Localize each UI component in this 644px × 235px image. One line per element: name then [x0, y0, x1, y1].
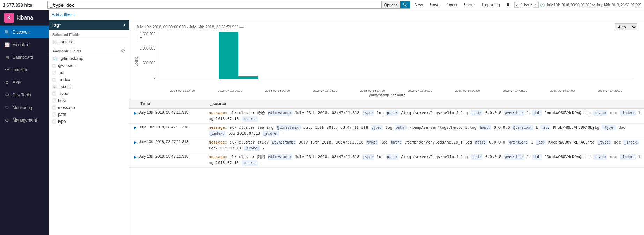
chart-x-labels: 2018-07-12 14:00 2018-07-12 20:00 2018-0…: [159, 88, 634, 93]
field-item-type[interactable]: t _type: [49, 90, 129, 97]
sidebar-item-devtools[interactable]: ✂ Dev Tools: [0, 89, 49, 101]
app-layout: K kibana 🔍 Discover 📈 Visualize ⊞ Dashbo…: [0, 10, 644, 235]
index-name-label: log*: [52, 22, 61, 28]
field-tag: @version:: [504, 154, 524, 160]
search-icon: [403, 2, 408, 7]
field-tag: @timestamp:: [268, 110, 292, 116]
field-name-host: host: [58, 98, 66, 103]
chart-bar-5: [238, 76, 258, 79]
sidebar-item-discover[interactable]: 🔍 Discover: [0, 26, 49, 38]
col-time-header[interactable]: Time: [139, 101, 209, 107]
field-tag: _type:: [593, 110, 607, 116]
field-type-message: t: [52, 105, 56, 110]
chart-header: July 12th 2018, 09:00:00.000 - July 14th…: [136, 23, 637, 30]
time-next-button[interactable]: ›: [533, 2, 539, 8]
time-range-display: July 12th 2018, 09:00:00.000 to July 14t…: [546, 3, 641, 7]
field-tag: @version:: [508, 140, 528, 145]
sidebar-item-management[interactable]: ⚙ Management: [0, 114, 49, 126]
field-item-message[interactable]: t message: [49, 104, 129, 111]
search-submit-button[interactable]: [400, 1, 410, 8]
share-button[interactable]: Share: [462, 2, 476, 8]
field-tag: type:: [362, 110, 374, 116]
field-type-timestamp: ◷: [52, 57, 58, 61]
field-item-source[interactable]: ? _source: [49, 38, 129, 45]
chart-plot: [159, 32, 634, 79]
monitoring-icon: ♡: [4, 105, 10, 110]
discover-icon: 🔍: [4, 29, 10, 35]
available-fields-title: Available Fields: [52, 49, 81, 53]
field-tag: host:: [479, 125, 491, 130]
sidebar-item-timelion-label: Timelion: [13, 67, 28, 72]
top-bar: 1,677,833 hits Options New Save Open Sha…: [0, 0, 644, 10]
field-type-version: t: [52, 64, 56, 68]
expand-row-3-button[interactable]: ▶: [132, 140, 139, 145]
open-button[interactable]: Open: [445, 2, 458, 8]
timelion-icon: 〜: [4, 67, 10, 73]
chart-bar-4: [219, 32, 238, 79]
expand-row-2-button[interactable]: ▶: [132, 125, 139, 130]
save-button[interactable]: Save: [429, 2, 441, 8]
field-tag: type:: [366, 140, 378, 145]
chart-bars: [159, 32, 634, 79]
field-tag: path:: [390, 140, 402, 145]
sidebar-item-timelion[interactable]: 〜 Timelion: [0, 64, 49, 76]
available-fields-section: Available Fields ⚙: [49, 45, 129, 55]
apm-icon: ⚙: [4, 80, 10, 85]
field-type-type: t: [52, 91, 56, 96]
field-tag: @timestamp:: [268, 154, 292, 160]
sidebar-item-monitoring[interactable]: ♡ Monitoring: [0, 101, 49, 114]
field-item-index[interactable]: t _index: [49, 76, 129, 83]
field-item-version[interactable]: t @version: [49, 62, 129, 69]
sidebar-item-dashboard[interactable]: ⊞ Dashboard: [0, 51, 49, 64]
field-tag: path:: [386, 110, 398, 116]
results-area: July 12th 2018, 09:00:00.000 - July 14th…: [129, 20, 644, 235]
field-item-typefield[interactable]: t type: [49, 118, 129, 125]
add-filter-button[interactable]: Add a filter +: [52, 13, 75, 17]
field-name-message: message: [58, 105, 75, 110]
sidebar-item-visualize[interactable]: 📈 Visualize: [0, 38, 49, 51]
pause-icon: ⏸: [506, 2, 510, 7]
chart-date-range: July 12th 2018, 09:00:00.000 - July 14th…: [136, 25, 244, 29]
field-name-path: path: [58, 112, 66, 117]
pause-button[interactable]: ⏸: [506, 2, 510, 7]
field-item-path[interactable]: t path: [49, 111, 129, 118]
search-input[interactable]: [48, 1, 381, 8]
field-tag: _score:: [263, 131, 279, 136]
options-button[interactable]: Options: [381, 1, 400, 8]
field-item-score[interactable]: # _score: [49, 83, 129, 90]
search-area: Options: [47, 1, 410, 9]
table-row: ▶ July 13th 2018, 08:47:11.318 message: …: [129, 109, 644, 124]
interval-select[interactable]: Auto Minute Hour Day: [615, 23, 637, 30]
field-item-id[interactable]: t _id: [49, 69, 129, 76]
field-tag: host:: [471, 110, 482, 116]
fields-sidebar: log* ‹ Selected Fields ? _source Availab…: [49, 20, 129, 235]
x-tick-5: 2018-07-13 14:00: [349, 89, 396, 93]
field-tag: _score:: [244, 146, 260, 151]
col-expand: [132, 101, 139, 107]
expand-row-4-button[interactable]: ▶: [132, 154, 139, 160]
expand-row-1-button[interactable]: ▶: [132, 110, 139, 116]
table-header: Time _source: [129, 99, 644, 109]
kibana-logo-icon: K: [4, 13, 14, 23]
timestamp-3: July 13th 2018, 08:47:11.318: [139, 140, 209, 144]
result-row-main-1: ▶ July 13th 2018, 08:47:11.318 message: …: [129, 109, 644, 123]
field-tag: @timestamp:: [272, 140, 296, 145]
time-interval: 1 hour: [521, 3, 532, 7]
field-tag: host:: [471, 154, 482, 160]
chart-y-axis: 1,500,000 1,000,000 500,000 0: [136, 32, 157, 79]
field-name-typefield: type: [58, 119, 66, 124]
y-label-1000k: 1,000,000: [140, 46, 156, 50]
sidebar-item-apm[interactable]: ⚙ APM: [0, 76, 49, 89]
logo-area: K kibana: [0, 10, 49, 26]
new-button[interactable]: New: [413, 2, 424, 8]
col-source-header: _source: [209, 101, 641, 107]
chart-x-title: @timestamp per hour: [136, 93, 637, 97]
source-3: message: elk cluster study @timestamp: J…: [209, 140, 641, 151]
field-item-host[interactable]: t host: [49, 97, 129, 104]
time-prev-button[interactable]: ‹: [514, 2, 520, 8]
field-tag: _type:: [593, 154, 607, 160]
collapse-fields-button[interactable]: ‹: [124, 22, 125, 28]
field-item-timestamp[interactable]: ◷ @timestamp: [49, 55, 129, 62]
gear-icon[interactable]: ⚙: [121, 48, 125, 53]
reporting-button[interactable]: Reporting: [481, 2, 502, 8]
